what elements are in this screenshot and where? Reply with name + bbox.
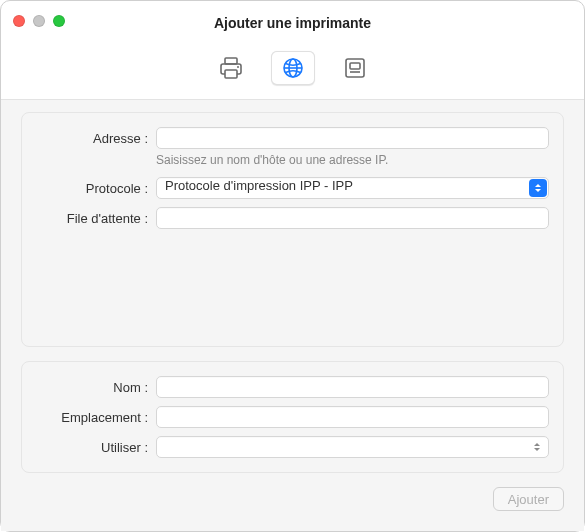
protocol-label: Protocole : — [36, 181, 148, 196]
queue-input[interactable] — [156, 207, 549, 229]
address-hint: Saisissez un nom d'hôte ou une adresse I… — [156, 153, 549, 167]
protocol-select[interactable]: Protocole d'impression IPP - IPP — [156, 177, 549, 199]
minimize-window-button[interactable] — [33, 15, 45, 27]
printer-icon — [218, 56, 244, 80]
details-panel: Nom : Emplacement : Utiliser : — [21, 361, 564, 473]
window-title: Ajouter une imprimante — [214, 15, 371, 31]
toolbar — [1, 45, 584, 100]
svg-point-3 — [237, 66, 239, 68]
location-label: Emplacement : — [36, 410, 148, 425]
use-label: Utiliser : — [36, 440, 148, 455]
window-controls — [13, 15, 65, 27]
name-input[interactable] — [156, 376, 549, 398]
address-label: Adresse : — [36, 131, 148, 146]
tab-default-printer[interactable] — [209, 51, 253, 85]
name-label: Nom : — [36, 380, 148, 395]
chevron-updown-icon — [529, 179, 547, 197]
footer: Ajouter — [21, 487, 564, 511]
location-input[interactable] — [156, 406, 549, 428]
address-input[interactable] — [156, 127, 549, 149]
use-select-value — [156, 436, 549, 458]
add-button[interactable]: Ajouter — [493, 487, 564, 511]
content: Adresse : Saisissez un nom d'hôte ou une… — [1, 100, 584, 531]
tab-ip-printer[interactable] — [271, 51, 315, 85]
svg-rect-0 — [225, 58, 237, 64]
protocol-select-value: Protocole d'impression IPP - IPP — [156, 177, 549, 199]
globe-icon — [281, 56, 305, 80]
tab-windows-printer[interactable] — [333, 51, 377, 85]
svg-rect-8 — [350, 63, 360, 69]
svg-rect-2 — [225, 70, 237, 78]
svg-rect-7 — [346, 59, 364, 77]
close-window-button[interactable] — [13, 15, 25, 27]
connection-panel: Adresse : Saisissez un nom d'hôte ou une… — [21, 112, 564, 347]
printer-advanced-icon — [342, 56, 368, 80]
add-printer-window: Ajouter une imprimante — [0, 0, 585, 532]
chevron-updown-icon — [531, 438, 543, 456]
titlebar: Ajouter une imprimante — [1, 1, 584, 45]
use-select[interactable] — [156, 436, 549, 458]
queue-label: File d'attente : — [36, 211, 148, 226]
zoom-window-button[interactable] — [53, 15, 65, 27]
